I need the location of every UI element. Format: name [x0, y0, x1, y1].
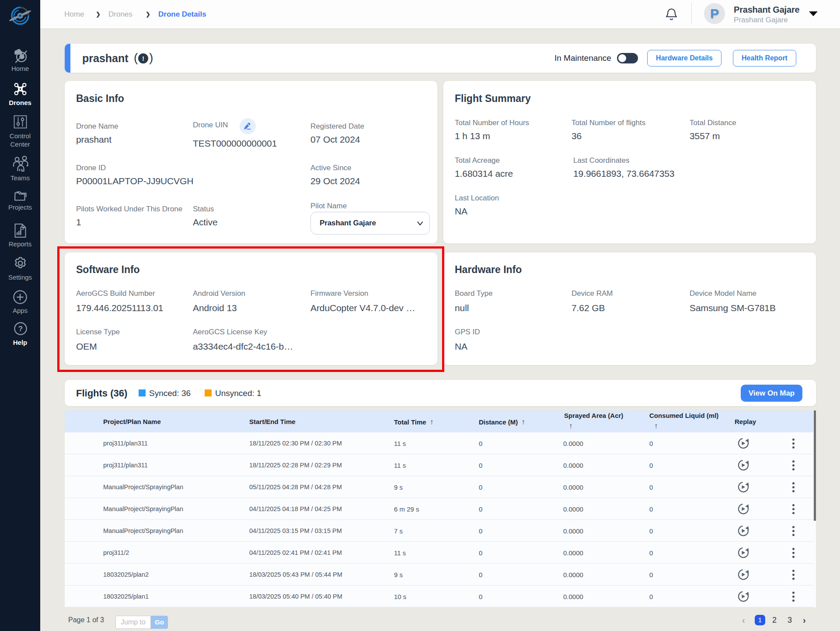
svg-text:?: ?: [18, 325, 23, 333]
